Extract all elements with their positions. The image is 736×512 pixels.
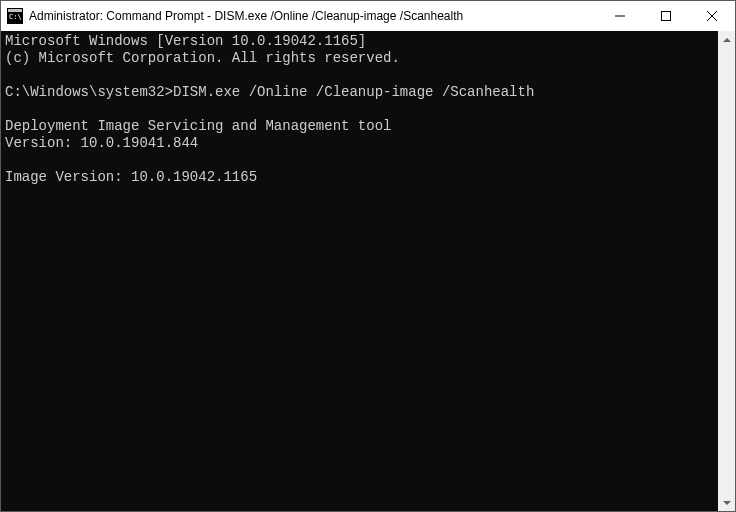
close-button[interactable] xyxy=(689,1,735,31)
svg-text:C:\: C:\ xyxy=(9,13,22,21)
maximize-button[interactable] xyxy=(643,1,689,31)
cmd-icon: C:\ xyxy=(7,8,23,24)
vertical-scrollbar[interactable] xyxy=(718,31,735,511)
minimize-button[interactable] xyxy=(597,1,643,31)
svg-marker-8 xyxy=(723,501,731,505)
svg-marker-7 xyxy=(723,38,731,42)
blank-line xyxy=(5,67,714,84)
output-header2: (c) Microsoft Corporation. All rights re… xyxy=(5,50,714,67)
output-dism-version: Version: 10.0.19041.844 xyxy=(5,135,714,152)
blank-line xyxy=(5,101,714,118)
scroll-track[interactable] xyxy=(718,48,735,494)
output-dism-tool: Deployment Image Servicing and Managemen… xyxy=(5,118,714,135)
command-input: DISM.exe /Online /Cleanup-image /Scanhea… xyxy=(173,84,534,100)
command-prompt-window: C:\ Administrator: Command Prompt - DISM… xyxy=(0,0,736,512)
console-area: Microsoft Windows [Version 10.0.19042.11… xyxy=(1,31,735,511)
window-title: Administrator: Command Prompt - DISM.exe… xyxy=(29,9,463,23)
output-header1: Microsoft Windows [Version 10.0.19042.11… xyxy=(5,33,714,50)
svg-rect-1 xyxy=(8,9,22,12)
scroll-up-arrow-icon[interactable] xyxy=(718,31,735,48)
scroll-down-arrow-icon[interactable] xyxy=(718,494,735,511)
prompt-path: C:\Windows\system32> xyxy=(5,84,173,100)
titlebar[interactable]: C:\ Administrator: Command Prompt - DISM… xyxy=(1,1,735,31)
window-controls xyxy=(597,1,735,31)
blank-line xyxy=(5,152,714,169)
output-image-version: Image Version: 10.0.19042.1165 xyxy=(5,169,714,186)
prompt-line: C:\Windows\system32>DISM.exe /Online /Cl… xyxy=(5,84,714,101)
svg-rect-4 xyxy=(662,12,671,21)
console-content[interactable]: Microsoft Windows [Version 10.0.19042.11… xyxy=(1,31,718,511)
